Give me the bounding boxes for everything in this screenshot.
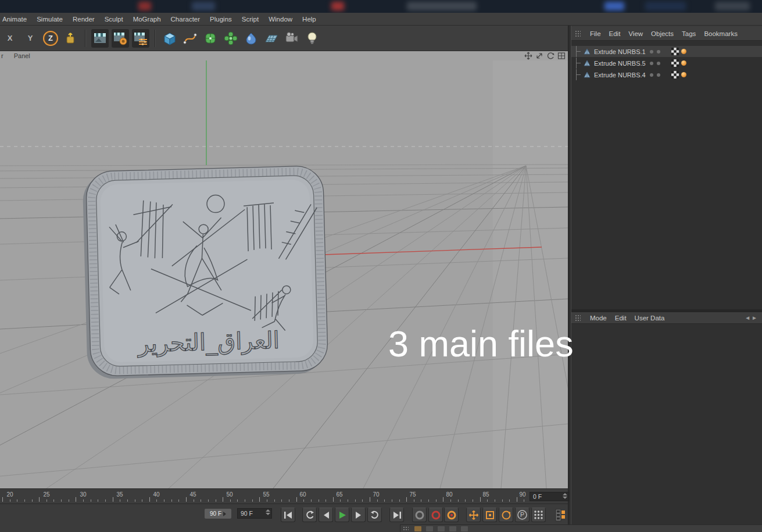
key-position-button[interactable] [466, 508, 481, 522]
material-manager-strip[interactable] [400, 524, 762, 532]
material-tag[interactable] [681, 60, 686, 66]
menu-mograph[interactable]: MoGraph [133, 16, 161, 23]
om-menu-view[interactable]: View [628, 30, 643, 37]
mini-icon[interactable] [426, 526, 433, 531]
mini-icon[interactable] [438, 526, 445, 531]
view-orbit-icon[interactable] [546, 52, 554, 60]
om-menu-bookmarks[interactable]: Bookmarks [704, 30, 738, 37]
viewport-menu-filter-truncated[interactable]: r [1, 52, 3, 59]
play-button[interactable] [335, 508, 349, 522]
menu-character[interactable]: Character [171, 16, 201, 23]
viewport-menu-panel[interactable]: Panel [14, 52, 30, 59]
light-button[interactable] [303, 29, 321, 48]
object-row[interactable]: Extrude NURBS.4 [571, 69, 762, 80]
keyframe-record-button[interactable] [412, 508, 427, 522]
key-parameter-button[interactable]: P [515, 508, 530, 522]
coordinate-system-button[interactable] [62, 29, 80, 48]
am-menu-edit[interactable]: Edit [615, 315, 627, 322]
object-name[interactable]: Extrude NURBS.4 [594, 72, 646, 78]
extrude-object-icon[interactable] [583, 59, 592, 67]
previous-frame-button[interactable] [319, 508, 333, 522]
goto-end-button[interactable] [389, 508, 404, 522]
panel-grip-icon[interactable] [403, 526, 409, 531]
history-arrows-icon[interactable]: ◄► [745, 315, 759, 321]
key-scale-button[interactable] [482, 508, 497, 522]
loop-forward-button[interactable] [367, 508, 382, 522]
frame-field-value: 90 F [241, 510, 253, 517]
render-view-button[interactable] [91, 29, 109, 48]
mini-icon[interactable] [414, 526, 421, 531]
texture-tag[interactable] [671, 71, 679, 78]
keying-selection-button[interactable] [444, 508, 459, 522]
extrude-object-icon[interactable] [583, 48, 592, 56]
am-menu-mode[interactable]: Mode [590, 315, 607, 322]
om-menu-tags[interactable]: Tags [682, 30, 696, 37]
visibility-dots[interactable] [650, 73, 660, 77]
om-menu-objects[interactable]: Objects [651, 30, 674, 37]
spinner-arrows-icon[interactable] [563, 493, 567, 499]
timeline-ruler[interactable]: 20 25 30 35 40 45 50 55 60 65 70 75 80 8… [0, 488, 568, 504]
current-frame-field[interactable]: 90 F [237, 508, 272, 519]
extrude-object-icon[interactable] [583, 71, 592, 79]
goto-start-button[interactable] [281, 508, 295, 522]
add-cube-button[interactable] [161, 29, 178, 48]
spinner-arrows-icon[interactable] [266, 509, 270, 515]
floor-grid-icon [264, 31, 279, 46]
array-object-button[interactable] [222, 29, 239, 48]
subdivision-surface-icon [203, 31, 218, 46]
am-menu-userdata[interactable]: User Data [635, 315, 665, 322]
key-pla-button[interactable] [531, 508, 546, 522]
view-toggle-icon[interactable] [557, 52, 566, 60]
axis-y-button[interactable]: Y [22, 29, 39, 48]
spline-tool-button[interactable] [181, 29, 199, 48]
menu-help[interactable]: Help [302, 16, 316, 23]
om-menu-file[interactable]: File [590, 30, 601, 37]
texture-tag[interactable] [671, 48, 679, 55]
play-backwards-button[interactable] [302, 508, 317, 522]
subdivision-surface-button[interactable] [202, 29, 219, 48]
material-tag[interactable] [681, 72, 686, 77]
om-menu-edit[interactable]: Edit [609, 30, 621, 37]
mini-icon[interactable] [449, 526, 456, 531]
panel-grip-icon[interactable] [575, 315, 581, 322]
menu-script[interactable]: Script [242, 16, 259, 23]
material-tag[interactable] [681, 49, 686, 54]
end-frame-field[interactable]: 0 F [530, 492, 569, 501]
menu-plugins[interactable]: Plugins [210, 16, 232, 23]
viewport-canvas[interactable]: العراق_التحرير [0, 60, 568, 488]
menu-animate[interactable]: Animate [2, 16, 27, 23]
view-dolly-icon[interactable] [535, 52, 543, 60]
menu-render[interactable]: Render [73, 16, 95, 23]
menu-sculpt[interactable]: Sculpt [105, 16, 123, 23]
render-to-picture-viewer-button[interactable] [112, 29, 129, 48]
menu-window[interactable]: Window [269, 16, 292, 23]
panel-grip-icon[interactable] [575, 30, 581, 37]
autokey-icon [431, 510, 441, 520]
axis-x-button[interactable]: X [1, 29, 19, 48]
object-row[interactable]: Extrude NURBS.5 [571, 58, 762, 69]
timeline-options-button[interactable] [552, 507, 568, 523]
array-flower-icon [223, 31, 238, 46]
texture-tag[interactable] [671, 59, 679, 67]
next-frame-button[interactable] [351, 508, 366, 522]
overlay-caption: 3 main files [388, 326, 574, 362]
menu-simulate[interactable]: Simulate [37, 16, 63, 23]
object-name[interactable]: Extrude NURBS.1 [594, 48, 646, 55]
visibility-dots[interactable] [650, 62, 660, 65]
plaque[interactable]: العراق_التحرير [82, 166, 328, 380]
camera-button[interactable] [283, 29, 300, 48]
spline-icon [183, 31, 198, 46]
object-name[interactable]: Extrude NURBS.5 [594, 60, 646, 67]
viewport-menu-strip: r Panel [0, 51, 568, 60]
key-rotation-button[interactable] [499, 508, 513, 522]
axis-z-button[interactable]: Z [42, 29, 59, 48]
visibility-dots[interactable] [650, 50, 660, 53]
floor-object-button[interactable] [263, 29, 280, 48]
render-settings-button[interactable] [132, 29, 149, 48]
autokey-button[interactable] [428, 508, 443, 522]
view-pan-icon[interactable] [524, 52, 532, 60]
object-row[interactable]: Extrude NURBS.1 [571, 46, 762, 57]
mini-icon[interactable] [461, 526, 468, 531]
metaball-button[interactable] [242, 29, 260, 48]
power-slider-handle[interactable]: 90 F [205, 509, 231, 519]
